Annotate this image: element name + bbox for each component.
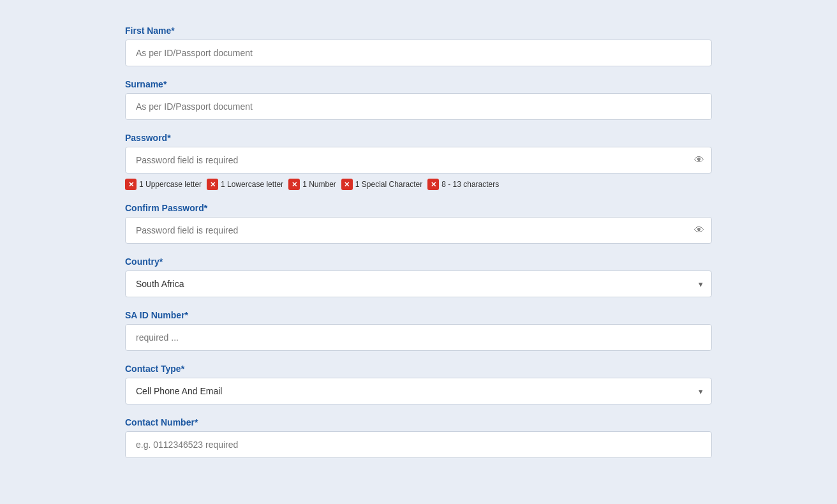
confirm-password-wrapper: 👁 bbox=[125, 217, 712, 244]
surname-group: Surname* bbox=[125, 79, 712, 120]
first-name-label: First Name* bbox=[125, 26, 712, 36]
req-uppercase-badge: ✕ 1 Uppercase letter bbox=[125, 179, 202, 190]
country-label: Country* bbox=[125, 256, 712, 267]
contact-type-select[interactable]: Cell Phone And Email Cell Phone Only Ema… bbox=[125, 378, 712, 404]
contact-number-label: Contact Number* bbox=[125, 417, 712, 427]
req-special-x: ✕ bbox=[341, 179, 353, 190]
contact-number-input[interactable] bbox=[125, 431, 712, 458]
req-number-label: 1 Number bbox=[302, 180, 336, 189]
req-length-badge: ✕ 8 - 13 characters bbox=[427, 179, 499, 190]
contact-type-select-wrapper: Cell Phone And Email Cell Phone Only Ema… bbox=[125, 378, 712, 404]
first-name-group: First Name* bbox=[125, 26, 712, 66]
contact-type-label: Contact Type* bbox=[125, 364, 712, 374]
req-lowercase-label: 1 Lowercase letter bbox=[221, 180, 283, 189]
password-label: Password* bbox=[125, 133, 712, 143]
req-length-label: 8 - 13 characters bbox=[441, 180, 499, 189]
registration-form: First Name* Surname* Password* 👁 ✕ 1 Upp… bbox=[125, 26, 712, 478]
sa-id-input[interactable] bbox=[125, 324, 712, 351]
req-uppercase-label: 1 Uppercase letter bbox=[139, 180, 202, 189]
contact-number-group: Contact Number* bbox=[125, 417, 712, 458]
country-group: Country* South Africa Nigeria Kenya Ghan… bbox=[125, 256, 712, 297]
req-lowercase-x: ✕ bbox=[207, 179, 218, 190]
password-group: Password* 👁 ✕ 1 Uppercase letter ✕ 1 Low… bbox=[125, 133, 712, 190]
req-special-label: 1 Special Character bbox=[355, 180, 422, 189]
password-input[interactable] bbox=[125, 147, 712, 174]
confirm-password-label: Confirm Password* bbox=[125, 203, 712, 213]
country-select-wrapper: South Africa Nigeria Kenya Ghana Zimbabw… bbox=[125, 271, 712, 297]
confirm-password-toggle-icon[interactable]: 👁 bbox=[694, 225, 704, 236]
req-special-badge: ✕ 1 Special Character bbox=[341, 179, 422, 190]
surname-input[interactable] bbox=[125, 93, 712, 120]
sa-id-label: SA ID Number* bbox=[125, 310, 712, 320]
req-lowercase-badge: ✕ 1 Lowercase letter bbox=[207, 179, 283, 190]
password-toggle-icon[interactable]: 👁 bbox=[694, 154, 704, 166]
req-number-x: ✕ bbox=[288, 179, 300, 190]
password-requirements: ✕ 1 Uppercase letter ✕ 1 Lowercase lette… bbox=[125, 179, 712, 190]
req-uppercase-x: ✕ bbox=[125, 179, 137, 190]
first-name-input[interactable] bbox=[125, 40, 712, 66]
confirm-password-group: Confirm Password* 👁 bbox=[125, 203, 712, 244]
sa-id-group: SA ID Number* bbox=[125, 310, 712, 351]
req-number-badge: ✕ 1 Number bbox=[288, 179, 336, 190]
surname-label: Surname* bbox=[125, 79, 712, 89]
country-select[interactable]: South Africa Nigeria Kenya Ghana Zimbabw… bbox=[125, 271, 712, 297]
confirm-password-input[interactable] bbox=[125, 217, 712, 244]
password-wrapper: 👁 bbox=[125, 147, 712, 174]
contact-type-group: Contact Type* Cell Phone And Email Cell … bbox=[125, 364, 712, 404]
req-length-x: ✕ bbox=[427, 179, 439, 190]
